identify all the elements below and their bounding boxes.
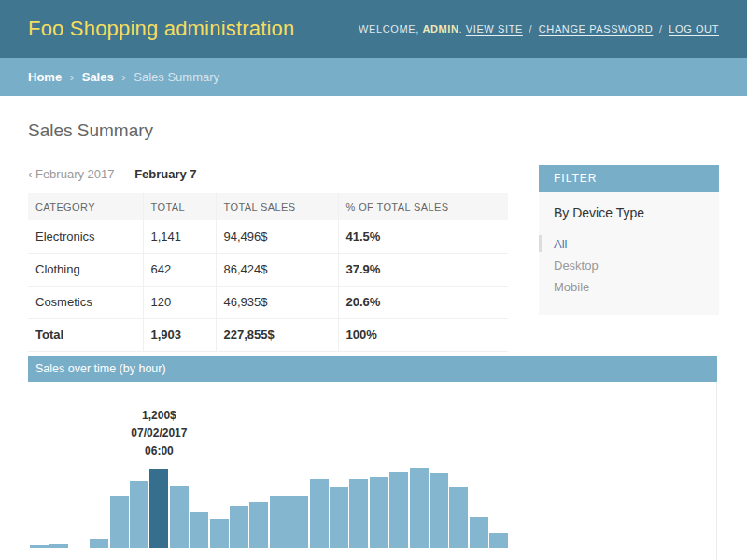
table-cell: 20.6% [338,286,508,318]
chart-bar[interactable] [449,487,468,548]
chart-bar[interactable] [30,545,49,548]
app-brand-title: Foo Shopping administration [28,17,294,41]
breadcrumb-home[interactable]: Home [28,70,62,84]
table-header-row: CATEGORYTOTALTOTAL SALES% OF TOTAL SALES [28,193,508,220]
date-nav: ‹ February 2017 February 7 [28,165,508,193]
chart-bar[interactable] [310,479,329,548]
table-head: CATEGORYTOTALTOTAL SALES% OF TOTAL SALES [28,193,508,220]
sales-over-time-chart: 1,200$07/02/201706:00 [28,382,717,560]
table-total-row: Total1,903227,855$100% [28,318,508,351]
column-header: TOTAL SALES [216,193,338,220]
view-site-link[interactable]: VIEW SITE [466,23,523,35]
user-tools: WELCOME, ADMIN. VIEW SITE / CHANGE PASSW… [359,23,719,35]
filter-options: AllDesktopMobile [554,233,704,298]
table-body: Electronics1,14194,496$41.5%Clothing6428… [28,220,508,351]
table-cell: Electronics [28,220,143,253]
chart-bar[interactable] [289,496,308,548]
chart-bar[interactable] [170,486,189,548]
filter-option-desktop[interactable]: Desktop [554,255,704,276]
page-title: Sales Summary [28,120,719,141]
breadcrumb-separator: › [117,70,130,84]
table-cell: 94,496$ [216,220,338,253]
filter-body: By Device Type AllDesktopMobile [539,192,719,315]
chart-bar[interactable] [370,477,388,548]
breadcrumb-current: Sales Summary [134,70,219,84]
chart-bar[interactable] [470,517,488,548]
table-cell: 1,141 [143,220,216,253]
tools-separator: / [656,23,666,35]
table-cell: 1,903 [143,318,216,351]
table-row: Cosmetics12046,935$20.6% [28,286,508,318]
chart-section-title: Sales over time (by hour) [28,356,717,382]
chart-bar[interactable] [349,479,368,548]
chart-tooltip-line: 06:00 [131,442,187,460]
chart-bar[interactable] [110,496,129,548]
filter-group-title: By Device Type [554,205,704,220]
sales-summary-table: CATEGORYTOTALTOTAL SALES% OF TOTAL SALES… [28,193,508,352]
filter-panel-title: FILTER [539,165,719,192]
chart-bar[interactable] [249,502,268,548]
logout-link[interactable]: LOG OUT [669,23,719,35]
breadcrumb-separator: › [65,70,78,84]
welcome-text: WELCOME, [359,23,419,35]
chart-bar[interactable] [90,539,108,548]
table-cell: Total [28,318,143,351]
chart-bar[interactable] [270,496,289,548]
app-header: Foo Shopping administration WELCOME, ADM… [0,0,747,58]
table-cell: 120 [143,286,216,318]
table-cell: 100% [338,318,508,351]
chart-bar[interactable] [330,487,348,548]
table-row: Electronics1,14194,496$41.5% [28,220,508,253]
table-cell: 37.9% [338,253,508,286]
chart-bar[interactable] [430,473,448,548]
filter-option-all[interactable]: All [554,233,704,255]
chart-bar[interactable] [130,481,148,548]
table-row: Clothing64286,424$37.9% [28,253,508,286]
column-header: TOTAL [143,193,216,220]
table-cell: Cosmetics [28,286,143,318]
sales-chart-module: Sales over time (by hour) 1,200$07/02/20… [28,356,717,560]
tools-separator: / [527,23,536,35]
column-header: % OF TOTAL SALES [338,193,508,220]
welcome-period: . [459,23,463,35]
breadcrumb-sales[interactable]: Sales [82,70,114,84]
chart-tooltip-line: 1,200$ [131,407,187,425]
chart-bar[interactable] [210,519,229,548]
chart-tooltip-line: 07/02/2017 [131,425,187,442]
chart-tooltip: 1,200$07/02/201706:00 [131,407,187,460]
current-day-label: February 7 [134,167,196,181]
chart-bar-highlighted[interactable] [149,469,168,548]
chart-bar[interactable] [49,544,68,548]
filter-option-mobile[interactable]: Mobile [554,276,704,298]
chart-bar[interactable] [190,512,208,548]
table-cell: 642 [143,253,216,286]
table-cell: 46,935$ [216,286,338,318]
column-header: CATEGORY [28,193,143,220]
table-cell: 41.5% [338,220,508,253]
main-content: Sales Summary ‹ February 2017 February 7… [0,120,747,560]
chart-bar[interactable] [389,472,408,548]
table-cell: 86,424$ [216,253,338,286]
summary-section: ‹ February 2017 February 7 CATEGORYTOTAL… [28,165,508,352]
filter-panel: FILTER By Device Type AllDesktopMobile [539,165,719,315]
table-cell: Clothing [28,253,143,286]
prev-month-link[interactable]: ‹ February 2017 [28,167,115,181]
change-password-link[interactable]: CHANGE PASSWORD [539,23,653,35]
chart-bar[interactable] [230,506,248,548]
chart-bar[interactable] [489,533,508,548]
breadcrumb: Home › Sales › Sales Summary [0,58,747,96]
chart-bar[interactable] [410,468,429,548]
table-cell: 227,855$ [216,318,338,351]
username: ADMIN [422,23,458,35]
